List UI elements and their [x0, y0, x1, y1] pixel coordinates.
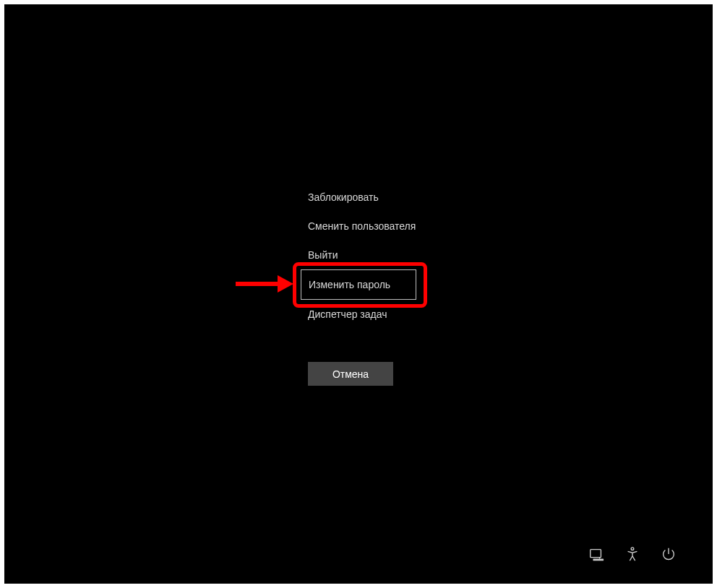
power-icon[interactable]	[661, 546, 677, 562]
sign-out-option[interactable]: Выйти	[308, 241, 416, 269]
security-options-menu: Заблокировать Сменить пользователя Выйти…	[308, 183, 416, 329]
switch-user-option[interactable]: Сменить пользователя	[308, 212, 416, 241]
system-tray	[588, 546, 677, 562]
cancel-button[interactable]: Отмена	[308, 362, 393, 386]
change-password-option[interactable]: Изменить пароль	[301, 269, 416, 300]
svg-point-3	[631, 548, 634, 550]
accessibility-icon[interactable]	[624, 546, 640, 562]
network-icon[interactable]	[588, 546, 604, 562]
lock-option[interactable]: Заблокировать	[308, 183, 416, 212]
svg-rect-0	[591, 550, 601, 558]
svg-rect-1	[593, 558, 604, 561]
security-options-screen: Заблокировать Сменить пользователя Выйти…	[4, 4, 713, 584]
task-manager-option[interactable]: Диспетчер задач	[308, 300, 416, 329]
